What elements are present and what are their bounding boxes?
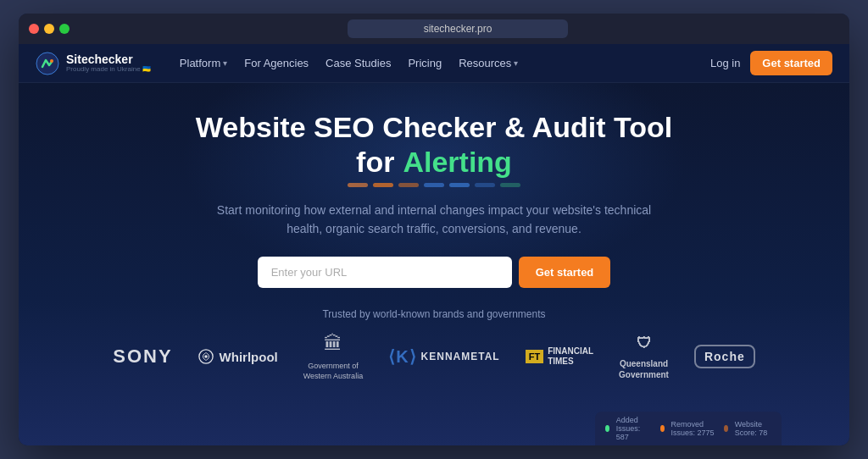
chevron-down-icon: ▾ xyxy=(514,58,518,68)
login-button[interactable]: Log in xyxy=(710,57,740,69)
nav-actions: Log in Get started xyxy=(710,51,832,75)
svg-point-3 xyxy=(204,356,208,359)
browser-window: Sitechecker Proudly made in Ukraine 🇺🇦 P… xyxy=(19,14,849,445)
widget-added-issues: Added Issues: 587 xyxy=(616,416,654,441)
ft-badge: FT xyxy=(526,350,543,363)
hero-title-highlight: Alerting xyxy=(403,145,511,180)
nav-agencies[interactable]: For Agencies xyxy=(244,57,309,69)
address-input[interactable] xyxy=(348,19,568,38)
close-button[interactable] xyxy=(29,24,39,34)
queensland-icon: 🛡 xyxy=(637,334,652,353)
nav-platform[interactable]: Platform ▾ xyxy=(180,57,227,69)
get-started-nav-button[interactable]: Get started xyxy=(750,51,832,75)
gov-wa-icon: 🏛 xyxy=(324,332,342,357)
hero-subtitle: Start monitoring how external and intern… xyxy=(214,201,654,239)
hero-title-line2: for Alerting xyxy=(196,145,672,180)
get-started-hero-button[interactable]: Get started xyxy=(519,257,611,288)
dot-7 xyxy=(500,183,520,187)
hero-title: Website SEO Checker & Audit Tool for Ale… xyxy=(196,110,672,180)
kennametal-k-icon: ⟨K⟩ xyxy=(388,346,416,367)
widget-dot-orange xyxy=(660,425,665,432)
dot-3 xyxy=(398,183,419,187)
trusted-label: Trusted by world-known brands and govern… xyxy=(322,308,545,320)
logo-name: Sitechecker xyxy=(66,53,151,65)
widget-dot-orange2 xyxy=(724,425,728,432)
logo-tagline: Proudly made in Ukraine 🇺🇦 xyxy=(66,65,151,74)
maximize-button[interactable] xyxy=(59,24,70,34)
brands-row: SONY Whirlpool 🏛 Government ofWestern Au… xyxy=(113,332,755,381)
title-bar xyxy=(19,14,849,44)
brand-sony: SONY xyxy=(113,346,172,368)
nav-resources[interactable]: Resources ▾ xyxy=(459,57,518,69)
dot-6 xyxy=(475,183,495,187)
address-bar xyxy=(76,19,839,38)
dot-4 xyxy=(424,183,444,187)
hero-title-line1: Website SEO Checker & Audit Tool xyxy=(196,110,672,145)
nav-links: Platform ▾ For Agencies Case Studies Pri… xyxy=(180,57,690,69)
nav-bar: Sitechecker Proudly made in Ukraine 🇺🇦 P… xyxy=(19,44,849,83)
logo-icon xyxy=(36,52,59,75)
svg-point-1 xyxy=(50,59,53,63)
main-content: Website SEO Checker & Audit Tool for Ale… xyxy=(19,83,849,445)
bottom-widget: Added Issues: 587 Removed Issues: 2775 W… xyxy=(595,412,782,445)
dot-2 xyxy=(373,183,393,187)
brand-kennametal: ⟨K⟩ KENNAMETAL xyxy=(388,346,500,367)
nav-case-studies[interactable]: Case Studies xyxy=(326,57,391,69)
widget-removed-issues: Removed Issues: 2775 xyxy=(671,420,717,437)
url-input[interactable] xyxy=(258,257,512,288)
brand-gov-wa: 🏛 Government ofWestern Australia xyxy=(303,332,363,381)
brand-ft: FT FINANCIAL TIMES xyxy=(526,346,593,367)
dot-1 xyxy=(348,183,368,187)
search-row: Get started xyxy=(258,257,611,288)
minimize-button[interactable] xyxy=(44,24,54,34)
chevron-down-icon: ▾ xyxy=(223,58,227,68)
hero-title-plain: for xyxy=(356,145,394,180)
logo[interactable]: Sitechecker Proudly made in Ukraine 🇺🇦 xyxy=(36,52,151,75)
logo-text: Sitechecker Proudly made in Ukraine 🇺🇦 xyxy=(66,53,151,74)
nav-pricing[interactable]: Pricing xyxy=(408,57,442,69)
brand-queensland: 🛡 QueenslandGovernment xyxy=(619,334,669,380)
widget-dot-green xyxy=(605,425,609,432)
dot-5 xyxy=(449,183,470,187)
traffic-lights xyxy=(29,24,70,34)
brand-whirlpool: Whirlpool xyxy=(198,349,278,364)
widget-score: Website Score: 78 xyxy=(735,420,771,437)
brand-roche: Roche xyxy=(694,345,755,368)
animated-dots xyxy=(348,183,520,187)
